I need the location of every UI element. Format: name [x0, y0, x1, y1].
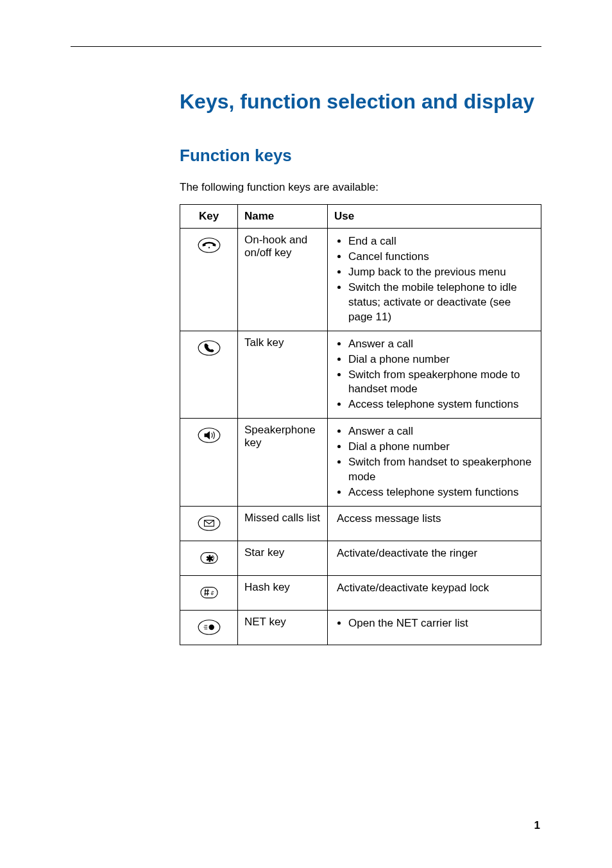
svg-rect-8: [200, 587, 217, 598]
svg-point-4: [198, 516, 220, 530]
th-name: Name: [238, 205, 328, 229]
use-item: End a call: [348, 234, 534, 249]
name-cell: Hash key: [238, 576, 328, 611]
table-row: ✱ Star key Activate/deactivate the ringe…: [180, 541, 541, 576]
use-item: Switch from speakerphone mode to handset…: [348, 368, 534, 397]
use-item: Dial a phone number: [348, 440, 534, 455]
table-row: On-hook and on/off key End a call Cancel…: [180, 229, 541, 331]
svg-point-15: [208, 625, 214, 630]
page-content: Keys, function selection and display Fun…: [180, 90, 541, 645]
table-row: Hash key Activate/deactivate keypad lock: [180, 576, 541, 611]
svg-text:✱: ✱: [206, 553, 214, 564]
th-use: Use: [328, 205, 541, 229]
key-cell: [180, 331, 238, 419]
use-item: Jump back to the previous menu: [348, 265, 534, 280]
use-item: Activate/deactivate keypad lock: [334, 581, 534, 596]
use-cell: Answer a call Dial a phone number Switch…: [328, 419, 541, 507]
speaker-icon: [197, 426, 221, 444]
use-item: Switch from handset to speakerphone mode: [348, 455, 534, 485]
table-row: Talk key Answer a call Dial a phone numb…: [180, 331, 541, 419]
table-row: Speakerphone key Answer a call Dial a ph…: [180, 419, 541, 507]
page-number: 1: [534, 819, 540, 832]
on-hook-icon: [197, 236, 221, 254]
svg-point-13: [211, 593, 213, 595]
use-item: Open the NET carrier list: [348, 616, 534, 631]
name-cell: NET key: [238, 611, 328, 645]
svg-line-11: [205, 589, 205, 595]
use-item: Access message lists: [334, 512, 534, 526]
key-cell: ✱: [180, 541, 238, 576]
use-item: Cancel functions: [348, 250, 534, 265]
name-cell: Speakerphone key: [238, 419, 328, 507]
key-cell: [180, 507, 238, 541]
table-row: Missed calls list Access message lists: [180, 507, 541, 541]
top-rule: [71, 46, 541, 47]
th-key: Key: [180, 205, 238, 229]
page-title: Keys, function selection and display: [180, 90, 541, 114]
use-item: Access telephone system functions: [348, 397, 534, 412]
key-cell: [180, 229, 238, 331]
use-item: Answer a call: [348, 337, 534, 352]
key-cell: [180, 419, 238, 507]
function-keys-table: Key Name Use On-hook and on/off key End: [180, 204, 541, 645]
use-cell: Access message lists: [328, 507, 541, 541]
svg-line-12: [207, 589, 208, 595]
net-icon: [197, 618, 221, 636]
use-cell: Open the NET carrier list: [328, 611, 541, 645]
intro-text: The following function keys are availabl…: [180, 181, 541, 194]
svg-point-1: [208, 247, 209, 248]
key-cell: [180, 576, 238, 611]
section-title: Function keys: [180, 146, 541, 166]
use-cell: Answer a call Dial a phone number Switch…: [328, 331, 541, 419]
name-cell: On-hook and on/off key: [238, 229, 328, 331]
key-cell: [180, 611, 238, 645]
star-icon: ✱: [197, 549, 221, 567]
use-item: Activate/deactivate the ringer: [334, 546, 534, 561]
use-cell: Activate/deactivate keypad lock: [328, 576, 541, 611]
use-item: Dial a phone number: [348, 352, 534, 367]
table-row: NET key Open the NET carrier list: [180, 611, 541, 645]
name-cell: Missed calls list: [238, 507, 328, 541]
name-cell: Star key: [238, 541, 328, 576]
talk-icon: [197, 339, 221, 357]
use-item: Access telephone system functions: [348, 485, 534, 500]
use-cell: End a call Cancel functions Jump back to…: [328, 229, 541, 331]
use-item: Switch the mobile telephone to idle stat…: [348, 281, 534, 325]
hash-icon: [197, 584, 221, 602]
use-cell: Activate/deactivate the ringer: [328, 541, 541, 576]
name-cell: Talk key: [238, 331, 328, 419]
missed-calls-icon: [197, 514, 221, 532]
svg-point-0: [198, 238, 220, 252]
use-item: Answer a call: [348, 424, 534, 439]
svg-point-2: [198, 340, 220, 354]
